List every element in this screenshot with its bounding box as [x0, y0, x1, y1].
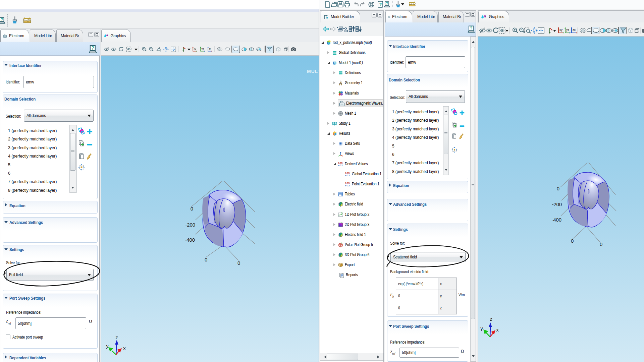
svg-text:0: 0 [571, 238, 574, 244]
svg-text:x: x [496, 327, 499, 333]
svg-text:MULTIPH: MULTIPH [307, 69, 319, 74]
svg-text:z: z [115, 335, 118, 340]
svg-text:0: 0 [191, 206, 193, 212]
svg-text:y: y [106, 343, 109, 349]
svg-text:z: z [490, 316, 492, 322]
svg-text:0: 0 [205, 257, 207, 262]
svg-text:x: x [123, 345, 126, 351]
svg-text:-200: -200 [185, 222, 195, 228]
svg-text:-400: -400 [185, 237, 195, 243]
svg-text:0: 0 [237, 260, 240, 266]
svg-text:0: 0 [557, 186, 559, 191]
svg-text:-400: -400 [551, 217, 561, 223]
svg-text:-200: -200 [552, 201, 562, 207]
svg-text:y: y [480, 325, 483, 331]
svg-text:0: 0 [600, 241, 602, 247]
